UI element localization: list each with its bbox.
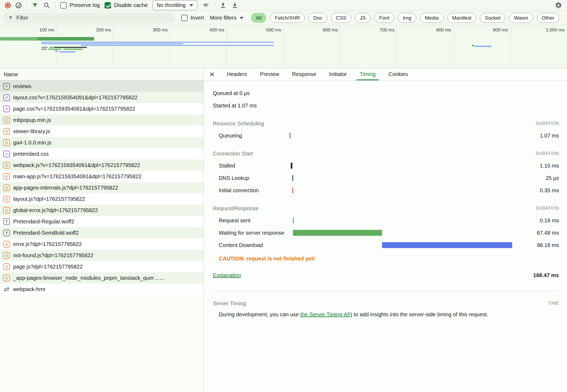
filter-input-box[interactable] bbox=[3, 13, 175, 23]
request-row[interactable]: ()viewer-library.js bbox=[0, 126, 203, 137]
server-timing-api-link[interactable]: the Server Timing API bbox=[300, 311, 352, 317]
timing-track bbox=[289, 132, 512, 139]
timing-phase-label: Stalled bbox=[213, 162, 289, 169]
filter-chip-all[interactable]: All bbox=[251, 13, 266, 23]
duration-column-header: DURATION bbox=[536, 206, 559, 211]
request-name: viewer-library.js bbox=[13, 128, 50, 135]
timing-duration: 25 μs bbox=[519, 175, 559, 181]
request-row[interactable]: ()ga4-1.0.0.min.js bbox=[0, 137, 203, 148]
filter-chip-other[interactable]: Other bbox=[537, 13, 559, 23]
request-row[interactable]: ≡reviews bbox=[0, 81, 203, 92]
import-har-button[interactable] bbox=[220, 2, 227, 9]
request-row[interactable]: ()not-found.js?dpl=1762157795822 bbox=[0, 250, 203, 261]
request-row[interactable]: ✓pretendard.css bbox=[0, 148, 203, 159]
request-name: reviews bbox=[13, 83, 31, 89]
server-timing-title: Server Timing bbox=[213, 300, 246, 307]
disable-cache-toggle[interactable]: Disable cache bbox=[105, 2, 148, 9]
filter-chip-css[interactable]: CSS bbox=[331, 13, 351, 23]
request-row[interactable]: TPretendard-Regular.woff2 bbox=[0, 216, 203, 227]
request-row[interactable]: ()webpack.js?v=1762159354091&dpl=1762157… bbox=[0, 159, 203, 171]
timing-panel: Queued at 0 μs Started at 1.07 ms Resour… bbox=[204, 81, 567, 392]
name-column-header[interactable]: Name bbox=[0, 68, 203, 81]
filter-toggle-button[interactable] bbox=[31, 2, 38, 9]
waterfall-bar bbox=[41, 43, 183, 44]
request-row[interactable]: ()mbpopup.min.js bbox=[0, 114, 203, 126]
request-name: layout.css?v=1762159354091&dpl=176215779… bbox=[13, 95, 138, 101]
request-row[interactable]: ✓page.css?v=1762159354091&dpl=1762157795… bbox=[0, 103, 203, 114]
invert-label: Invert bbox=[191, 15, 204, 21]
js-file-icon: () bbox=[3, 207, 10, 214]
request-row[interactable]: ✓layout.css?v=1762159354091&dpl=17621577… bbox=[0, 92, 203, 103]
js-file-icon: () bbox=[3, 128, 10, 135]
disable-cache-checkbox[interactable] bbox=[105, 2, 111, 9]
request-name: main-app.js?v=1762159354091&dpl=17621577… bbox=[13, 173, 141, 180]
waterfall-bar bbox=[475, 46, 491, 47]
export-har-button[interactable] bbox=[231, 2, 238, 9]
waterfall-bar bbox=[81, 45, 274, 46]
download-icon bbox=[231, 2, 238, 9]
gear-icon bbox=[555, 2, 562, 9]
timeline-overview[interactable]: 100 ms200 ms300 ms400 ms500 ms600 ms700 … bbox=[0, 25, 567, 68]
filter-chip-font[interactable]: Font bbox=[374, 13, 394, 23]
request-row[interactable]: ()error.js?dpl=1762157795822 bbox=[0, 238, 203, 250]
preserve-log-checkbox[interactable] bbox=[60, 2, 67, 9]
filter-chip-wasm[interactable]: Wasm bbox=[509, 13, 533, 23]
throttling-select[interactable]: No throttling bbox=[153, 0, 197, 10]
tab-response[interactable]: Response bbox=[286, 68, 323, 80]
waterfall-bar bbox=[472, 45, 474, 46]
filter-input[interactable] bbox=[16, 15, 170, 21]
overview-bars bbox=[0, 25, 567, 68]
funnel-icon bbox=[31, 2, 38, 9]
tab-timing[interactable]: Timing bbox=[353, 68, 382, 80]
explanation-link[interactable]: Explanation bbox=[213, 272, 241, 278]
filter-chip-fetch-xhr[interactable]: Fetch/XHR bbox=[270, 13, 305, 23]
timing-duration: 0.18 ms bbox=[519, 217, 559, 224]
search-button[interactable] bbox=[43, 2, 50, 9]
request-row[interactable]: ()_app-pages-browser_node_modules_pnpm_t… bbox=[0, 272, 203, 284]
clear-icon bbox=[16, 2, 21, 8]
close-icon[interactable]: × bbox=[204, 68, 220, 80]
clear-button[interactable] bbox=[16, 2, 21, 8]
tab-preview[interactable]: Preview bbox=[254, 68, 286, 80]
network-conditions-button[interactable] bbox=[202, 2, 210, 9]
filter-chip-socket[interactable]: Socket bbox=[480, 13, 505, 23]
server-timing-text-before: During development, you can use bbox=[219, 311, 300, 317]
upload-icon bbox=[220, 2, 227, 9]
filter-chip-manifest[interactable]: Manifest bbox=[447, 13, 476, 23]
doc-file-icon: ≡ bbox=[3, 83, 10, 90]
caution-text: CAUTION: request is not finished yet! bbox=[213, 255, 559, 263]
request-row[interactable]: ()global-error.js?dpl=1762157795822 bbox=[0, 205, 203, 216]
settings-button[interactable] bbox=[555, 2, 562, 9]
tab-initiator[interactable]: Initiator bbox=[323, 68, 353, 80]
filter-chip-media[interactable]: Media bbox=[420, 13, 444, 23]
filter-bar: Invert More filters AllFetch/XHRDocCSSJS… bbox=[0, 11, 567, 25]
preserve-log-toggle[interactable]: Preserve log bbox=[60, 2, 100, 9]
queued-at-text: Queued at 0 μs bbox=[213, 87, 559, 99]
more-filters-button[interactable]: More filters bbox=[210, 15, 243, 21]
filter-chip-img[interactable]: Img bbox=[398, 13, 416, 23]
request-row[interactable]: TPretendard-SemiBold.woff2 bbox=[0, 227, 203, 238]
js-file-icon: () bbox=[3, 263, 10, 270]
timing-track bbox=[289, 242, 512, 249]
detail-tabbar: × HeadersPreviewResponseInitiatorTimingC… bbox=[204, 68, 567, 81]
filter-chip-js[interactable]: JS bbox=[355, 13, 371, 23]
record-button[interactable] bbox=[5, 2, 11, 8]
invert-toggle[interactable]: Invert bbox=[181, 15, 204, 21]
duration-column-header: DURATION bbox=[536, 121, 559, 126]
timing-phase-label: Request sent bbox=[213, 217, 289, 224]
request-row[interactable]: ()app-pages-internals.js?dpl=17621577958… bbox=[0, 182, 203, 193]
tab-headers[interactable]: Headers bbox=[220, 68, 254, 80]
invert-checkbox[interactable] bbox=[181, 15, 188, 21]
tab-cookies[interactable]: Cookies bbox=[382, 68, 414, 80]
search-icon bbox=[43, 2, 50, 9]
css-file-icon: ✓ bbox=[3, 106, 10, 112]
filter-chip-doc[interactable]: Doc bbox=[308, 13, 327, 23]
request-row[interactable]: ()main-app.js?v=1762159354091&dpl=176215… bbox=[0, 171, 203, 182]
request-row[interactable]: ()layout.js?dpl=1762157795822 bbox=[0, 193, 203, 205]
waterfall-bar bbox=[48, 49, 61, 50]
css-file-icon: ✓ bbox=[3, 94, 10, 101]
request-row[interactable]: ()page.js?dpl=1762157795822 bbox=[0, 261, 203, 272]
detail-tabs: HeadersPreviewResponseInitiatorTimingCoo… bbox=[220, 68, 414, 80]
request-name: _app-pages-browser_node_modules_pnpm_tan… bbox=[13, 275, 165, 281]
request-row[interactable]: ⇄webpack-hmr bbox=[0, 284, 203, 295]
